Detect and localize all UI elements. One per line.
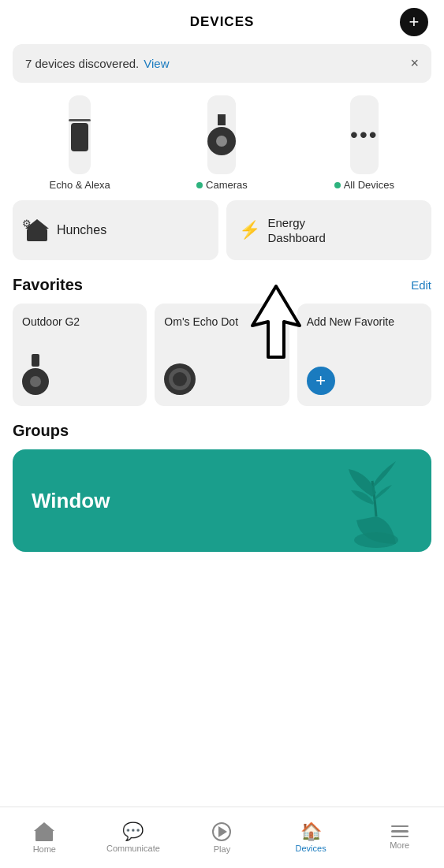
house-roof [25,219,49,229]
cam-mount-icon [32,354,39,367]
outdoor-g2-title: Outdoor G2 [22,315,80,329]
home-nav-icon [34,822,54,841]
cameras-dot [196,182,203,188]
add-device-button[interactable]: + [400,8,428,36]
all-devices-card[interactable]: ••• [350,95,378,174]
echo-dot-body-icon [164,363,196,395]
nav-item-more[interactable]: More [355,825,444,851]
nav-item-devices[interactable]: 🏠 Devices [267,823,356,853]
nav-item-communicate[interactable]: 💬 Communicate [89,823,178,853]
banner-text: 7 devices discovered. [25,57,139,70]
hunches-label: Hunches [57,223,106,237]
echo-line-top [69,119,91,121]
echo-icon [69,119,91,151]
banner-view-link[interactable]: View [144,57,169,70]
home-body-icon [35,829,53,841]
wide-cards-grid: ⚙ Hunches ⚡ EnergyDashboard [13,200,431,260]
nav-communicate-label: Communicate [106,844,160,853]
cameras-column: Cameras [155,95,289,191]
play-nav-icon [212,822,231,841]
camera-mount [218,114,226,125]
device-categories-section: Echo & Alexa Cameras ••• All Dev [0,95,444,260]
echo-alexa-label: Echo & Alexa [50,179,110,191]
oms-echo-dot-title: Om's Echo Dot [164,315,238,329]
dots-icon: ••• [350,122,378,147]
banner-close-button[interactable]: × [410,55,419,72]
device-grid: Echo & Alexa Cameras ••• All Dev [13,95,431,191]
window-group-label: Window [32,489,110,513]
energy-label: EnergyDashboard [268,215,326,246]
nav-item-play[interactable]: Play [177,822,267,854]
echo-dot-center-icon [173,372,187,386]
nav-home-label: Home [33,844,56,854]
add-new-favorite-card[interactable]: Add New Favorite + [297,304,431,406]
house-body [27,229,47,241]
favorite-outdoor-g2[interactable]: Outdoor G2 [13,304,147,406]
hunches-icon: ⚙ [25,219,49,241]
all-devices-dot [334,182,341,188]
plant-decoration [329,457,423,552]
window-group-card[interactable]: Window [13,449,431,552]
add-plus-icon: + [315,372,326,389]
page-title: DEVICES [190,14,255,30]
nav-item-home[interactable]: Home [0,822,89,854]
page-header: DEVICES + [0,0,444,44]
banner-left: 7 devices discovered. View [25,57,170,70]
add-new-favorite-title: Add New Favorite [307,315,394,329]
groups-title: Groups [0,422,444,440]
favorites-title: Favorites [13,276,83,294]
echo-dot-icon-group [164,363,196,395]
communicate-nav-icon: 💬 [122,823,144,840]
camera-icon-group [207,114,236,155]
nav-devices-label: Devices [296,844,326,853]
cam-body-icon [22,368,49,395]
echo-body [71,123,88,151]
all-devices-label: All Devices [334,179,394,191]
devices-nav-icon: 🏠 [300,823,322,840]
discovery-banner: 7 devices discovered. View × [13,44,431,83]
nav-play-label: Play [214,844,230,854]
echo-dot-ring-icon [169,368,191,390]
nav-more-label: More [390,840,409,850]
camera-body [207,127,236,155]
echo-alexa-card[interactable] [69,95,91,174]
hunches-card[interactable]: ⚙ Hunches [13,200,218,260]
favorites-section-header: Favorites Edit [0,276,444,294]
more-nav-icon [391,825,409,838]
energy-dashboard-card[interactable]: ⚡ EnergyDashboard [226,200,432,260]
echo-alexa-column: Echo & Alexa [13,95,147,191]
favorites-edit-button[interactable]: Edit [411,278,431,292]
add-new-favorite-button[interactable]: + [307,367,335,395]
outdoor-g2-icon-group [22,354,49,395]
favorites-grid: Outdoor G2 Om's Echo Dot Add New Favorit… [0,304,444,406]
favorite-oms-echo-dot[interactable]: Om's Echo Dot [155,304,289,406]
bottom-spacer [0,552,444,615]
bottom-navigation: Home 💬 Communicate Play 🏠 Devices More [0,807,444,868]
play-triangle-icon [218,826,227,837]
bolt-icon: ⚡ [239,220,260,240]
plus-icon: + [409,13,420,31]
cameras-label: Cameras [196,179,248,191]
all-devices-column: ••• All Devices [297,95,431,191]
cam-lens-icon [30,376,41,387]
cameras-card[interactable] [207,95,236,174]
